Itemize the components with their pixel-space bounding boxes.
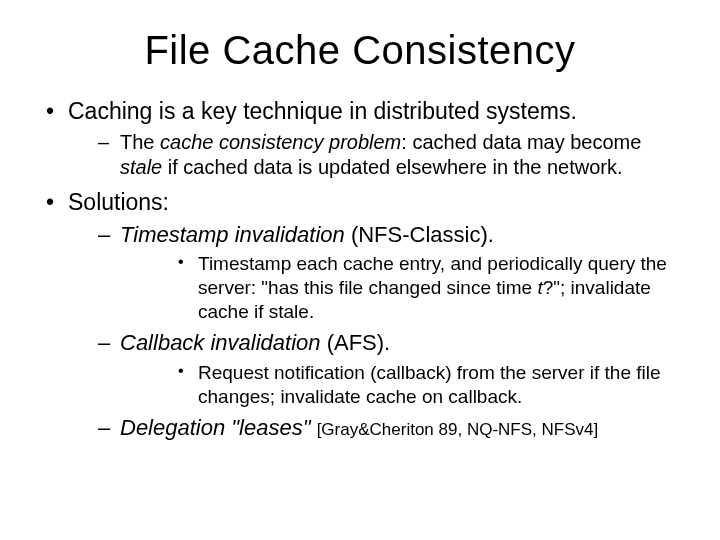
- sub-timestamp-invalidation: Timestamp invalidation (NFS-Classic). Ti…: [68, 221, 680, 324]
- sub-delegation-leases: Delegation "leases" [Gray&Cheriton 89, N…: [68, 414, 680, 442]
- slide: File Cache Consistency Caching is a key …: [0, 0, 720, 540]
- sub-list-solutions: Timestamp invalidation (NFS-Classic). Ti…: [68, 221, 680, 442]
- detail-list-timestamp: Timestamp each cache entry, and periodic…: [120, 252, 680, 323]
- text: (NFS-Classic).: [345, 222, 494, 247]
- bullet-caching: Caching is a key technique in distribute…: [40, 97, 680, 180]
- bullet-caching-text: Caching is a key technique in distribute…: [68, 98, 577, 124]
- sub-callback-invalidation: Callback invalidation (AFS). Request not…: [68, 329, 680, 408]
- sub-list-caching: The cache consistency problem: cached da…: [68, 130, 680, 180]
- text: : cached data may become: [401, 131, 641, 153]
- em-timestamp-invalidation: Timestamp invalidation: [120, 222, 345, 247]
- sub-cache-consistency: The cache consistency problem: cached da…: [68, 130, 680, 180]
- em-delegation-leases: Delegation "leases": [120, 415, 311, 440]
- detail-list-callback: Request notification (callback) from the…: [120, 361, 680, 409]
- text: The: [120, 131, 160, 153]
- em-stale: stale: [120, 156, 162, 178]
- em-cache-consistency-problem: cache consistency problem: [160, 131, 401, 153]
- bullet-solutions-text: Solutions:: [68, 189, 169, 215]
- detail-callback: Request notification (callback) from the…: [120, 361, 680, 409]
- bullet-list: Caching is a key technique in distribute…: [40, 97, 680, 442]
- ref-delegation: [Gray&Cheriton 89, NQ-NFS, NFSv4]: [317, 420, 599, 439]
- text: (AFS).: [321, 330, 391, 355]
- text: if cached data is updated elsewhere in t…: [162, 156, 622, 178]
- detail-timestamp: Timestamp each cache entry, and periodic…: [120, 252, 680, 323]
- em-callback-invalidation: Callback invalidation: [120, 330, 321, 355]
- bullet-solutions: Solutions: Timestamp invalidation (NFS-C…: [40, 188, 680, 442]
- slide-title: File Cache Consistency: [40, 28, 680, 73]
